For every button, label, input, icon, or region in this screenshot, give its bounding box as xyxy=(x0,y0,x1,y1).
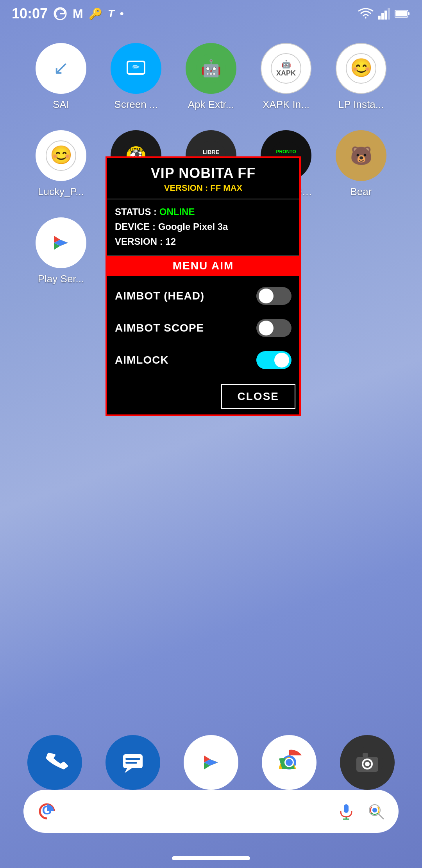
lp-icon: 😊 xyxy=(336,43,386,94)
vip-popup: VIP NOBITA FF VERSION : FF MAX STATUS : … xyxy=(106,156,301,416)
sai-icon: ↙ xyxy=(36,43,86,94)
search-bar[interactable]: G xyxy=(23,790,399,833)
aimlock-knob xyxy=(274,353,289,368)
popup-header: VIP NOBITA FF VERSION : FF MAX xyxy=(107,158,299,199)
dock xyxy=(0,735,422,790)
apk-icon: 🤖 xyxy=(186,43,236,94)
svg-text:😊: 😊 xyxy=(350,57,373,79)
svg-text:G: G xyxy=(42,803,52,817)
status-label: STATUS : xyxy=(115,206,159,217)
signal-icon xyxy=(378,8,390,20)
app-lucky[interactable]: 😊 Lucky_P... xyxy=(23,130,98,198)
aimbot-scope-knob xyxy=(259,321,274,335)
svg-rect-2 xyxy=(381,13,384,20)
app-xapk[interactable]: 🤖XAPK XAPK In... xyxy=(249,43,324,111)
svg-point-15 xyxy=(271,54,301,83)
svg-text:FUTMIX: FUTMIX xyxy=(127,147,145,153)
close-btn-container: CLOSE xyxy=(107,384,299,414)
toggle-aimbot-head[interactable]: AIMBOT (HEAD) xyxy=(115,280,291,312)
svg-rect-37 xyxy=(123,754,143,768)
sai-label: SAI xyxy=(53,99,69,111)
svg-point-45 xyxy=(286,759,293,766)
menu-aim-bar: MENU AIM xyxy=(107,256,299,276)
app-bear[interactable]: 🐻 Bear xyxy=(324,130,399,198)
mic-icon[interactable] xyxy=(335,800,357,822)
google-g-logo: G xyxy=(35,800,59,823)
play-services-label: Play Ser... xyxy=(38,273,84,285)
status-value: ONLINE xyxy=(159,206,195,217)
svg-text:PRONTO: PRONTO xyxy=(276,149,296,154)
app-sai[interactable]: ↙ SAI xyxy=(23,43,98,111)
dock-messages[interactable] xyxy=(106,735,160,790)
dock-camera[interactable] xyxy=(340,735,395,790)
screen-label: Screen ... xyxy=(114,99,157,111)
svg-line-58 xyxy=(379,814,383,819)
lucky-icon: 😊 xyxy=(36,130,86,181)
toggle-aimlock[interactable]: AIMLOCK xyxy=(115,344,291,376)
svg-rect-7 xyxy=(395,11,407,16)
key-icon: 🔑 xyxy=(89,7,102,20)
aimbot-scope-switch[interactable] xyxy=(256,319,291,337)
gmail-icon: M xyxy=(73,7,83,21)
svg-text:😊: 😊 xyxy=(50,144,73,166)
svg-rect-4 xyxy=(388,8,390,20)
popup-version-label: VERSION : FF MAX xyxy=(111,183,295,193)
xapk-icon: 🤖XAPK xyxy=(261,43,311,94)
aimlock-switch[interactable] xyxy=(256,351,291,369)
aimbot-scope-label: AIMBOT SCOPE xyxy=(115,322,204,334)
popup-toggles: AIMBOT (HEAD) AIMBOT SCOPE AIMLOCK xyxy=(107,276,299,384)
device-row: DEVICE : Google Pixel 3a xyxy=(115,221,291,232)
status-right xyxy=(358,8,410,20)
app-lp[interactable]: 😊 LP Insta... xyxy=(324,43,399,111)
google-icon xyxy=(53,7,67,21)
aimbot-head-knob xyxy=(259,289,274,303)
dot-icon: • xyxy=(120,7,124,20)
svg-text:✏: ✏ xyxy=(132,62,140,72)
camera-icon xyxy=(352,747,383,778)
bear-icon: 🐻 xyxy=(336,130,386,181)
chrome-icon xyxy=(274,747,305,778)
app-apk[interactable]: 🤖 Apk Extr... xyxy=(173,43,249,111)
svg-text:🤖: 🤖 xyxy=(281,59,291,69)
xapk-label: XAPK In... xyxy=(263,99,309,111)
messages-icon xyxy=(119,749,147,776)
svg-rect-50 xyxy=(363,753,368,757)
popup-info: STATUS : ONLINE DEVICE : Google Pixel 3a… xyxy=(107,199,299,256)
lucky-label: Lucky_P... xyxy=(38,186,84,198)
battery-icon xyxy=(395,9,410,18)
apk-label: Apk Extr... xyxy=(188,99,234,111)
status-left: 10:07 M 🔑 T • xyxy=(12,5,124,22)
svg-text:XAPK: XAPK xyxy=(276,69,296,77)
status-row: STATUS : ONLINE xyxy=(115,206,291,217)
type-icon: T xyxy=(108,7,114,20)
status-time: 10:07 xyxy=(12,5,48,22)
app-screen[interactable]: ✏ Screen ... xyxy=(98,43,173,111)
app-play-services[interactable]: Play Ser... xyxy=(23,217,98,285)
screen-icon: ✏ xyxy=(111,43,161,94)
status-bar: 10:07 M 🔑 T • xyxy=(0,0,422,27)
bear-label: Bear xyxy=(350,186,372,198)
svg-text:LIBRE: LIBRE xyxy=(203,149,219,155)
wifi-icon xyxy=(358,8,374,20)
aimbot-head-label: AIMBOT (HEAD) xyxy=(115,290,204,302)
play-store-icon xyxy=(195,747,227,778)
dock-chrome[interactable] xyxy=(262,735,316,790)
nav-indicator xyxy=(172,856,250,860)
popup-title: VIP NOBITA FF xyxy=(111,165,295,181)
close-button[interactable]: CLOSE xyxy=(221,384,295,409)
svg-point-57 xyxy=(372,808,377,812)
aimlock-label: AIMLOCK xyxy=(115,354,169,366)
svg-rect-6 xyxy=(408,12,409,15)
toggle-aimbot-scope[interactable]: AIMBOT SCOPE xyxy=(115,312,291,344)
svg-rect-53 xyxy=(344,804,349,813)
version-row: VERSION : 12 xyxy=(115,236,291,247)
phone-icon xyxy=(41,749,68,776)
svg-text:🤖: 🤖 xyxy=(201,59,222,78)
svg-rect-3 xyxy=(384,11,387,20)
lens-icon[interactable] xyxy=(365,800,387,822)
dock-phone[interactable] xyxy=(27,735,82,790)
svg-marker-38 xyxy=(125,768,132,773)
dock-play-store[interactable] xyxy=(184,735,238,790)
play-services-icon xyxy=(36,217,86,268)
aimbot-head-switch[interactable] xyxy=(256,287,291,305)
